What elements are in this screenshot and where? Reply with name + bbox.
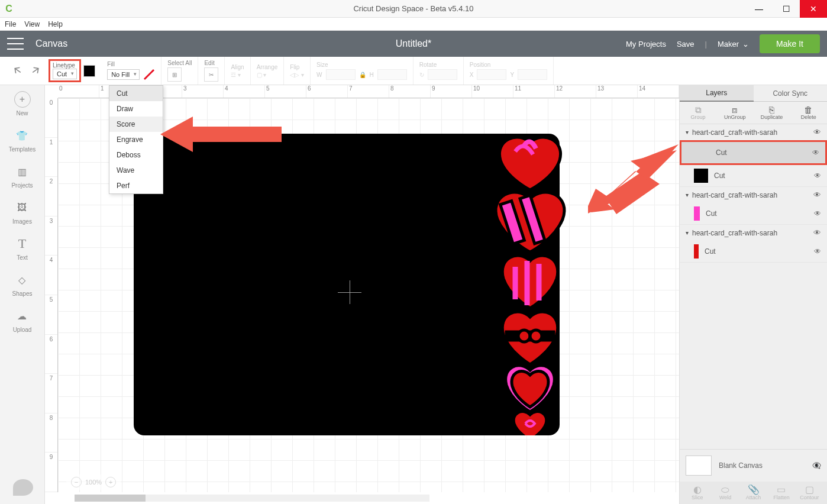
linetype-color-swatch[interactable]: [83, 65, 95, 77]
tool-contour: ▢Contour: [796, 485, 823, 500]
tab-colorsync[interactable]: Color Sync: [754, 85, 828, 102]
crosshair-icon: [338, 280, 361, 304]
sidebar-item-new[interactable]: +New: [14, 91, 31, 117]
annotation-arrow-right: [588, 144, 679, 215]
dropdown-item-cut[interactable]: Cut: [109, 86, 163, 101]
right-panel: Layers Color Sync ⧉Group ⧈UnGroup ⎘Dupli…: [679, 85, 827, 504]
visibility-icon[interactable]: 👁: [813, 228, 821, 237]
visibility-icon[interactable]: 👁: [813, 128, 821, 137]
edit-cut-icon[interactable]: ✂: [204, 67, 218, 82]
zoom-value: 100%: [85, 479, 102, 486]
visibility-icon[interactable]: 👁: [814, 172, 821, 180]
layer-item-selected[interactable]: Cut 👁: [680, 140, 827, 165]
shapes-icon: ◇: [14, 272, 30, 288]
svg-point-8: [530, 330, 542, 342]
menu-help[interactable]: Help: [48, 20, 63, 28]
visibility-icon[interactable]: 👁: [813, 190, 821, 199]
linetype-label: Linetype: [53, 62, 77, 69]
layer-group-1[interactable]: ▾ heart-card_craft-with-sarah 👁: [680, 124, 827, 140]
layer-group-2[interactable]: ▾ heart-card_craft-with-sarah 👁: [680, 187, 827, 203]
left-sidebar: +New 👕Templates ▥Projects 🖼Images TText …: [0, 85, 45, 504]
maximize-button[interactable]: ☐: [773, 0, 800, 18]
no-fill-icon: [143, 69, 155, 80]
duplicate-icon: ⎘: [769, 105, 774, 114]
action-ungroup[interactable]: ⧈UnGroup: [716, 102, 753, 124]
sidebar-item-projects[interactable]: ▥Projects: [11, 163, 33, 189]
action-delete[interactable]: 🗑Delete: [790, 102, 827, 124]
zoom-out-icon[interactable]: −: [71, 477, 82, 487]
svg-point-7: [518, 330, 530, 342]
sidebar-item-upload[interactable]: ☁Upload: [13, 308, 32, 333]
plus-icon: +: [14, 91, 31, 108]
layer-item[interactable]: Cut 👁: [680, 241, 827, 263]
linetype-highlight: Linetype Cut: [49, 59, 81, 82]
collapse-icon[interactable]: ▾: [686, 192, 689, 198]
text-icon: T: [14, 235, 31, 252]
make-it-button[interactable]: Make It: [760, 34, 820, 53]
width-input: [326, 69, 356, 80]
layer-item[interactable]: Cut 👁: [680, 203, 827, 225]
my-projects-link[interactable]: My Projects: [626, 40, 666, 49]
visibility-off-icon[interactable]: 👁‍🗨: [812, 461, 821, 470]
visibility-icon[interactable]: 👁: [812, 148, 819, 157]
zoom-control[interactable]: − 100% +: [66, 474, 121, 490]
hamburger-menu-icon[interactable]: [7, 38, 24, 50]
save-link[interactable]: Save: [677, 40, 694, 49]
group-icon: ⧉: [695, 105, 702, 114]
divider: |: [705, 40, 707, 49]
blank-canvas-thumb: [686, 455, 712, 476]
images-icon: 🖼: [14, 199, 30, 216]
layers-list: ▾ heart-card_craft-with-sarah 👁 Cut 👁 Cu…: [680, 124, 827, 449]
collapse-icon[interactable]: ▾: [686, 129, 689, 135]
horizontal-scrollbar[interactable]: [75, 495, 429, 502]
tool-weld: ⬭Weld: [711, 485, 739, 500]
document-title: Untitled*: [396, 38, 431, 49]
linetype-dropdown[interactable]: Cut: [53, 69, 77, 79]
sidebar-item-images[interactable]: 🖼Images: [12, 199, 32, 225]
undo-icon[interactable]: [12, 64, 24, 77]
align-icon: ☲ ▾: [231, 72, 241, 78]
menu-view[interactable]: View: [24, 20, 40, 28]
zoom-in-icon[interactable]: +: [105, 477, 116, 487]
close-button[interactable]: ✕: [800, 0, 827, 18]
dropdown-item-draw[interactable]: Draw: [109, 101, 163, 117]
menu-file[interactable]: File: [5, 20, 16, 28]
dropdown-item-engrave[interactable]: Engrave: [109, 132, 163, 147]
fill-label: Fill: [107, 61, 115, 67]
tab-layers[interactable]: Layers: [680, 85, 754, 102]
dropdown-item-wave[interactable]: Wave: [109, 163, 163, 178]
canvas-label: Canvas: [35, 38, 67, 49]
layer-thumb-empty: [696, 146, 710, 160]
layer-item[interactable]: Cut 👁: [680, 165, 827, 187]
flip-label: Flip: [290, 64, 299, 70]
visibility-icon[interactable]: 👁: [814, 209, 821, 218]
dropdown-item-perf[interactable]: Perf: [109, 178, 163, 193]
chat-bubble-icon[interactable]: [13, 479, 33, 496]
trash-icon: 🗑: [804, 105, 813, 114]
appbar: Canvas Untitled* My Projects Save | Make…: [0, 31, 827, 57]
arrange-icon: ▢ ▾: [257, 72, 267, 78]
sidebar-item-templates[interactable]: 👕Templates: [9, 127, 36, 153]
redo-icon[interactable]: [30, 64, 41, 77]
fill-dropdown[interactable]: No Fill: [107, 69, 140, 80]
flatten-icon: ▭: [777, 485, 786, 495]
action-duplicate[interactable]: ⎘Duplicate: [754, 102, 790, 124]
machine-selector[interactable]: Maker⌄: [718, 40, 749, 49]
ungroup-icon: ⧈: [732, 105, 738, 114]
sidebar-item-shapes[interactable]: ◇Shapes: [12, 272, 33, 297]
minimize-button[interactable]: —: [745, 0, 773, 18]
dropdown-item-deboss[interactable]: Deboss: [109, 147, 163, 163]
dropdown-item-score[interactable]: Score: [109, 117, 163, 132]
projects-icon: ▥: [14, 163, 31, 180]
edit-label: Edit: [204, 60, 214, 66]
layer-group-3[interactable]: ▾ heart-card_craft-with-sarah 👁: [680, 225, 827, 241]
tshirt-icon: 👕: [14, 127, 30, 144]
canvas-area[interactable]: 01234567891011121314 0123456789: [45, 85, 679, 504]
x-input: [477, 69, 506, 80]
visibility-icon[interactable]: 👁: [814, 247, 821, 256]
sidebar-item-text[interactable]: TText: [14, 235, 31, 261]
rotate-input: [428, 69, 457, 80]
select-all-icon[interactable]: ⊞: [167, 67, 182, 82]
collapse-icon[interactable]: ▾: [686, 230, 689, 236]
blank-canvas-row[interactable]: Blank Canvas 👁‍🗨: [680, 450, 827, 482]
